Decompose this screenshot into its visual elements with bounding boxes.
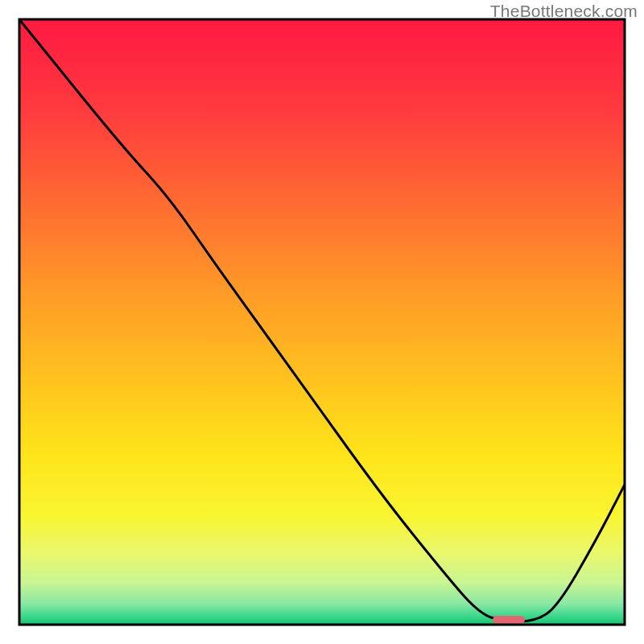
chart-container: TheBottleneck.com [0,0,644,644]
watermark-text: TheBottleneck.com [490,2,638,21]
bottleneck-chart [0,0,644,644]
optimum-marker [493,616,525,624]
gradient-background [19,19,625,625]
